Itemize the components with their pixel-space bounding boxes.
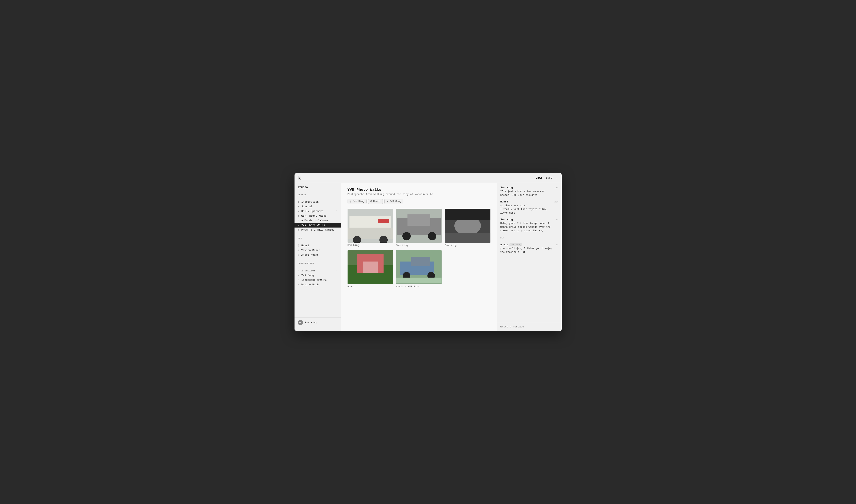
chat-msg-author: Henri <box>500 200 508 203</box>
photo-thumbnail <box>396 250 442 284</box>
top-bar: « CHAT INFO » <box>295 173 562 183</box>
tab-chat[interactable]: CHAT <box>536 176 542 179</box>
svg-point-9 <box>402 232 411 240</box>
tag[interactable]: ≈ YVR Gang <box>384 199 403 204</box>
photo-item[interactable]: Annie ≈ YVR Gang <box>396 250 442 288</box>
space-label: PROMPT: 1 Mile Radius <box>301 228 335 231</box>
community-prefix-icon: ≈ <box>298 274 300 277</box>
chat-msg-header: Sam King4m <box>500 218 558 221</box>
photo-caption: Henri <box>348 285 393 288</box>
svg-rect-8 <box>407 214 430 226</box>
tag[interactable]: @ Sam King <box>348 199 367 204</box>
svg-point-10 <box>428 232 436 240</box>
svg-rect-14 <box>445 233 490 243</box>
dms-list: @ Henri@ Vivien Maier@ Ansel Adams <box>295 243 341 257</box>
sidebar-item-space[interactable]: # Daily Ephemera * <box>295 209 341 214</box>
space-prefix-icon: # <box>298 224 300 227</box>
collapse-left-button[interactable]: « <box>299 176 301 180</box>
studio-title: STUDIO <box>295 186 341 189</box>
sidebar-item-space[interactable]: ◆ WIP. Night Walks <box>295 214 341 218</box>
photo-item[interactable]: Henri <box>348 250 393 288</box>
tag[interactable]: @ Henri <box>368 199 383 204</box>
chat-input[interactable] <box>500 325 558 328</box>
sidebar-item-dm[interactable]: @ Henri <box>295 243 341 248</box>
space-title: YVR Photo Walks <box>348 188 490 192</box>
sidebar-item-community[interactable]: ≈ Desire Path <box>295 282 341 287</box>
sidebar: STUDIO SPACES ◆ Inspiration ◆ Journal # … <box>295 183 341 331</box>
chat-input-area[interactable] <box>497 322 562 331</box>
photo-item[interactable]: Sam King <box>396 209 442 247</box>
photo-caption: Sam King <box>396 244 442 247</box>
svg-rect-24 <box>396 277 442 283</box>
chat-msg-author: Sam King <box>500 186 513 189</box>
space-prefix-icon: # <box>298 229 300 231</box>
community-label: Desire Path <box>301 283 319 286</box>
sidebar-item-space[interactable]: # A Murder of Crows * <box>295 218 341 223</box>
chat-msg-community: YVR Gang <box>509 243 522 246</box>
space-prefix-icon: ◆ <box>298 205 300 208</box>
communities-label: COMMUNITIES <box>298 262 338 265</box>
chat-panel: Sam King13hI've just added a few more ca… <box>497 183 562 331</box>
sidebar-item-community[interactable]: ≈ Landscape MMORPG <box>295 278 341 282</box>
sidebar-item-dm[interactable]: @ Vivien Maier <box>295 248 341 253</box>
space-badge: * <box>336 210 338 213</box>
space-badge: * <box>336 219 338 222</box>
space-label: YVR Photo Walks <box>301 224 325 227</box>
chat-msg-author: Annie <box>500 243 508 246</box>
spaces-list: ◆ Inspiration ◆ Journal # Daily Ephemera… <box>295 200 341 232</box>
divider-dms <box>298 234 338 234</box>
community-label: Landscape MMORPG <box>301 278 327 282</box>
sidebar-item-space[interactable]: # YVR Photo Walks <box>295 223 341 228</box>
sidebar-item-community[interactable]: ≈ YVR Gang <box>295 273 341 278</box>
space-label: Daily Ephemera <box>301 210 324 213</box>
community-label: YVR Gang <box>301 274 314 277</box>
space-prefix-icon: # <box>298 219 300 222</box>
photo-thumbnail <box>348 250 393 284</box>
collapse-right-button[interactable]: » <box>556 176 557 180</box>
chat-message: AnnieYVR Gang2myou should @sk, I think y… <box>500 243 558 254</box>
tab-info[interactable]: INFO <box>546 176 553 179</box>
chat-msg-text: Haha, yeah I'd love to get one. I wanna … <box>500 222 558 233</box>
svg-rect-5 <box>378 219 389 223</box>
community-badge: * <box>336 270 338 272</box>
tags: @ Sam King@ Henri≈ YVR Gang <box>348 199 490 204</box>
communities-list: > 2 invites *≈ YVR Gang ≈ Landscape MMOR… <box>295 268 341 287</box>
content-area: YVR Photo Walks Photographs from walking… <box>341 183 497 331</box>
dm-label: Vivien Maier <box>301 249 320 252</box>
communities-section: COMMUNITIES <box>295 261 341 266</box>
chat-new-divider: NEW <box>500 237 558 239</box>
photo-thumbnail <box>348 209 393 243</box>
chat-message: Sam King13hI've just added a few more ca… <box>500 186 558 197</box>
photo-caption: Sam King <box>445 244 490 247</box>
main-layout: STUDIO SPACES ◆ Inspiration ◆ Journal # … <box>295 183 562 331</box>
chat-msg-text: I've just added a few more car photos. l… <box>500 190 558 197</box>
sidebar-footer: SK Sam King <box>295 317 341 328</box>
svg-rect-18 <box>363 262 378 273</box>
chat-msg-text: you should @sk, I think you'd enjoy the … <box>500 247 558 254</box>
space-desc: Photographs from walking around the city… <box>348 193 490 196</box>
photo-caption: Sam King <box>348 244 393 247</box>
space-label: Inspiration <box>301 200 319 203</box>
chat-msg-time: 4m <box>556 218 558 221</box>
sidebar-item-space[interactable]: # PROMPT: 1 Mile Radius <box>295 228 341 232</box>
space-prefix-icon: ◆ <box>298 200 300 203</box>
space-label: WIP. Night Walks <box>301 214 327 217</box>
sidebar-item-space[interactable]: ◆ Inspiration <box>295 200 341 204</box>
space-label: Journal <box>301 205 313 208</box>
dms-section: DMS <box>295 236 341 241</box>
avatar: SK <box>298 320 303 325</box>
dm-label: Henri <box>301 244 309 247</box>
photo-item[interactable]: Sam King <box>445 209 490 247</box>
sidebar-item-space[interactable]: ◆ Journal <box>295 204 341 209</box>
sidebar-item-community[interactable]: > 2 invites * <box>295 268 341 273</box>
chat-msg-header: AnnieYVR Gang2m <box>500 243 558 246</box>
chat-msg-time: 2m <box>556 244 558 246</box>
chat-msg-text: yo these are nice! I really want that to… <box>500 204 558 215</box>
dm-prefix-icon: @ <box>298 244 300 247</box>
chat-message: Sam King4mHaha, yeah I'd love to get one… <box>500 218 558 233</box>
sidebar-item-dm[interactable]: @ Ansel Adams <box>295 253 341 257</box>
top-bar-nav: CHAT INFO <box>536 176 553 179</box>
chat-msg-header: Sam King13h <box>500 186 558 189</box>
dm-prefix-icon: @ <box>298 254 300 256</box>
photo-item[interactable]: Sam King <box>348 209 393 247</box>
